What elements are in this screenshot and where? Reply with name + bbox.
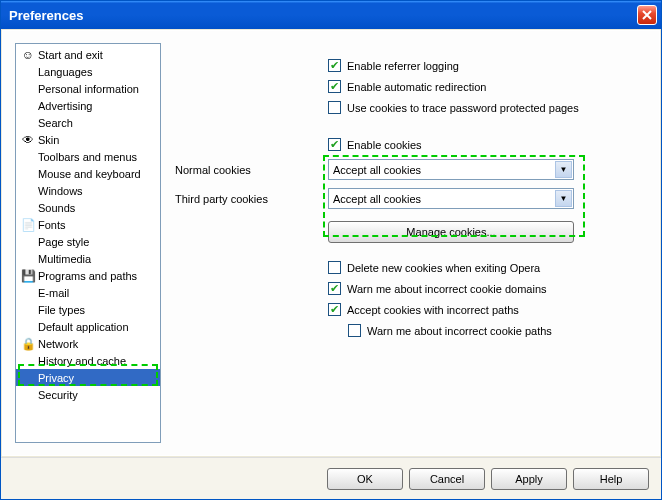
tree-item-security[interactable]: Security [16,386,160,403]
delete-new-label: Delete new cookies when exiting Opera [347,262,540,274]
tree-item-toolbars[interactable]: Toolbars and menus [16,148,160,165]
page-icon: 📄 [20,217,36,233]
apply-button[interactable]: Apply [491,468,567,490]
tree-item-personal[interactable]: Personal information [16,80,160,97]
tree-item-history[interactable]: History and cache [16,352,160,369]
content-area: ☺Start and exit Languages Personal infor… [15,43,647,443]
help-button[interactable]: Help [573,468,649,490]
use-cookies-trace-checkbox[interactable] [328,101,341,114]
titlebar: Preferences [1,1,661,29]
disk-icon: 💾 [20,268,36,284]
accept-incorrect-checkbox[interactable]: ✔ [328,303,341,316]
category-tree[interactable]: ☺Start and exit Languages Personal infor… [15,43,161,443]
tree-item-windows[interactable]: Windows [16,182,160,199]
warn-domains-label: Warn me about incorrect cookie domains [347,283,547,295]
third-party-select[interactable]: Accept all cookies ▼ [328,188,574,209]
warn-paths-label: Warn me about incorrect cookie paths [367,325,552,337]
lock-icon: 🔒 [20,336,36,352]
tree-item-start[interactable]: ☺Start and exit [16,46,160,63]
preferences-window: Preferences ☺Start and exit Languages Pe… [0,0,662,500]
tree-item-fonts[interactable]: 📄Fonts [16,216,160,233]
manage-cookies-button[interactable]: Manage cookies... [328,221,574,243]
tree-item-email[interactable]: E-mail [16,284,160,301]
tree-item-network[interactable]: 🔒Network [16,335,160,352]
tree-item-search[interactable]: Search [16,114,160,131]
enable-cookies-label: Enable cookies [347,139,422,151]
accept-incorrect-label: Accept cookies with incorrect paths [347,304,519,316]
tree-item-pagestyle[interactable]: Page style [16,233,160,250]
tree-item-languages[interactable]: Languages [16,63,160,80]
face-icon: ☺ [20,47,36,63]
warn-paths-checkbox[interactable] [348,324,361,337]
tree-item-sounds[interactable]: Sounds [16,199,160,216]
dialog-footer: OK Cancel Apply Help [1,457,661,499]
tree-item-filetypes[interactable]: File types [16,301,160,318]
close-button[interactable] [637,5,657,25]
tree-item-multimedia[interactable]: Multimedia [16,250,160,267]
tree-item-skin[interactable]: 👁Skin [16,131,160,148]
enable-referrer-checkbox[interactable]: ✔ [328,59,341,72]
tree-item-defaultapp[interactable]: Default application [16,318,160,335]
dialog-body: ☺Start and exit Languages Personal infor… [2,30,660,456]
settings-panel: ✔ Enable referrer logging ✔ Enable autom… [173,43,647,443]
cancel-button[interactable]: Cancel [409,468,485,490]
enable-referrer-label: Enable referrer logging [347,60,459,72]
tree-item-privacy[interactable]: Privacy [16,369,160,386]
enable-cookies-checkbox[interactable]: ✔ [328,138,341,151]
normal-cookies-select[interactable]: Accept all cookies ▼ [328,159,574,180]
warn-domains-checkbox[interactable]: ✔ [328,282,341,295]
tree-item-programs[interactable]: 💾Programs and paths [16,267,160,284]
chevron-down-icon: ▼ [555,190,572,207]
enable-redirect-label: Enable automatic redirection [347,81,486,93]
chevron-down-icon: ▼ [555,161,572,178]
window-title: Preferences [9,8,637,23]
normal-cookies-label: Normal cookies [173,164,328,176]
eye-icon: 👁 [20,132,36,148]
enable-redirect-checkbox[interactable]: ✔ [328,80,341,93]
use-cookies-trace-label: Use cookies to trace password protected … [347,102,579,114]
delete-new-checkbox[interactable] [328,261,341,274]
tree-item-mouse[interactable]: Mouse and keyboard [16,165,160,182]
tree-item-advertising[interactable]: Advertising [16,97,160,114]
ok-button[interactable]: OK [327,468,403,490]
third-party-label: Third party cookies [173,193,328,205]
